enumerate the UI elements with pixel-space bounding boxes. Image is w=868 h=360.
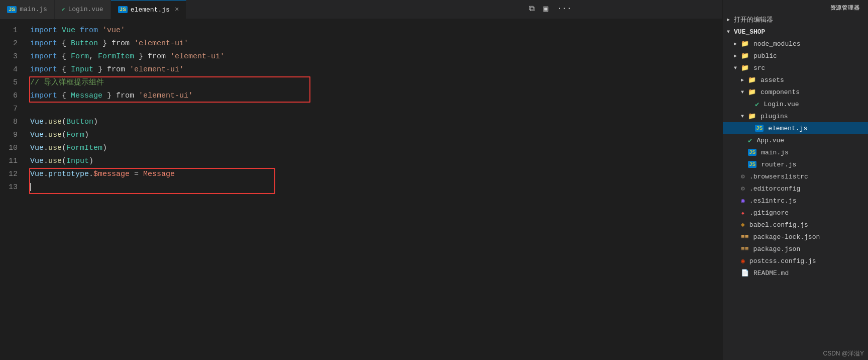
file-tree-item-package-json[interactable]: ≡≡package.json (723, 243, 868, 255)
code-token: ( (62, 131, 66, 139)
toggle-panel-icon[interactable]: ▣ (544, 4, 549, 14)
line-content[interactable]: import { Button } from 'element-ui' (28, 37, 722, 50)
line-number: 11 (0, 155, 28, 168)
project-root[interactable]: ▼ VUE_SHOP (723, 26, 868, 38)
file-tree-item-assets[interactable]: ▶📁assets (723, 74, 868, 86)
line-content[interactable]: Vue.use(Form) (28, 129, 722, 142)
code-token: Vue (30, 131, 44, 139)
code-token: 'element-ui' (134, 39, 188, 48)
code-line: 13 (0, 181, 722, 194)
code-line: 1import Vue from 'vue' (0, 24, 722, 37)
line-content[interactable]: Vue.use(Button) (28, 116, 722, 129)
code-token: FormItem (66, 144, 102, 152)
code-line: 2import { Button } from 'element-ui' (0, 37, 722, 50)
more-actions-icon[interactable]: ··· (557, 4, 572, 13)
file-tree-item-components[interactable]: ▼📁components (723, 86, 868, 98)
file-tree-item-app-vue[interactable]: ✔App.vue (723, 134, 868, 146)
open-editors-label: 打开的编辑器 (734, 15, 773, 24)
line-content[interactable]: Vue.use(FormItem) (28, 142, 722, 155)
code-token: . (44, 157, 48, 165)
tab-vue-icon: ✔ (62, 6, 65, 13)
editor-toolbar: ⧉ ▣ ··· (529, 4, 572, 14)
code-line: 4import { Input } from 'element-ui' (0, 63, 722, 76)
file-tree-item-login-vue[interactable]: ✔Login.vue (723, 98, 868, 110)
tab-js-icon: JS (7, 6, 17, 13)
file-label: package-lock.json (753, 233, 820, 241)
chevron-icon: ▶ (734, 53, 741, 59)
code-line: 12Vue.prototype.$message = Message (0, 168, 722, 181)
file-tree-item-postcss-config[interactable]: ◉postcss.config.js (723, 255, 868, 267)
code-token: = (130, 170, 143, 178)
tab-label: element.js (131, 6, 170, 14)
code-token: Input (66, 157, 89, 165)
line-number: 8 (0, 116, 28, 129)
file-tree-item-router-js[interactable]: JSrouter.js (723, 158, 868, 170)
file-tree-item-plugins[interactable]: ▼📁plugins (723, 110, 868, 122)
file-tree-item-public[interactable]: ▶📁public (723, 50, 868, 62)
code-token: use (48, 157, 62, 165)
chevron-right-icon: ▶ (727, 17, 734, 23)
line-number: 7 (0, 103, 28, 116)
text-cursor (30, 183, 31, 191)
file-tree-item-node-modules[interactable]: ▶📁node_modules (723, 38, 868, 50)
folder-icon: 📁 (741, 40, 749, 48)
code-token: use (48, 131, 62, 139)
code-token: Vue (30, 118, 44, 126)
chevron-icon: ▶ (734, 41, 741, 47)
tab-close-button[interactable]: × (175, 6, 179, 14)
line-content[interactable] (28, 181, 722, 194)
code-token: ( (62, 144, 66, 152)
file-tree-item-main-js[interactable]: JSmain.js (723, 146, 868, 158)
code-token: { (62, 52, 71, 61)
file-tree-item-editorconfig[interactable]: ⚙.editorconfig (723, 183, 868, 195)
file-tree-item-readme[interactable]: 📄README.md (723, 267, 868, 279)
file-tree-item-package-lock[interactable]: ≡≡package-lock.json (723, 231, 868, 243)
vue-file-icon: ✔ (755, 100, 759, 109)
js-file-icon: JS (748, 149, 756, 156)
tab-label: main.js (20, 6, 47, 13)
line-content[interactable]: Vue.prototype.$message = Message (28, 168, 722, 181)
file-tree-item-babel-config[interactable]: ❖babel.config.js (723, 219, 868, 231)
file-tree-item-gitignore[interactable]: ⬥.gitignore (723, 207, 868, 219)
code-token: Vue (62, 26, 75, 35)
code-token: 'element-ui' (130, 65, 184, 74)
line-content[interactable]: import { Form, FormItem } from 'element-… (28, 50, 722, 63)
code-token: Vue (30, 144, 44, 152)
file-tree-item-browserslistrc[interactable]: ⚙.browserslistrc (723, 170, 868, 183)
file-tree-item-src[interactable]: ▼📁src (723, 62, 868, 74)
tab-main-js[interactable]: JSmain.js (0, 0, 55, 19)
tab-element-js[interactable]: JSelement.js× (111, 0, 187, 19)
tab-login-vue[interactable]: ✔Login.vue (55, 0, 111, 19)
code-line: 3import { Form, FormItem } from 'element… (0, 50, 722, 63)
sidebar-header: 资源管理器 (723, 0, 868, 14)
line-number: 1 (0, 24, 28, 37)
line-content[interactable]: import { Input } from 'element-ui' (28, 63, 722, 76)
file-label: assets (761, 76, 784, 84)
file-tree-item-element-js[interactable]: JSelement.js (723, 122, 868, 134)
line-content[interactable]: import { Message } from 'element-ui' (28, 89, 722, 103)
code-line: 7 (0, 103, 722, 116)
code-token: Vue (30, 157, 44, 165)
line-content[interactable]: // 导入弹框提示组件 (28, 76, 722, 89)
folder-icon: 📁 (748, 112, 756, 120)
chevron-icon: ▼ (741, 89, 748, 95)
file-label: .gitignore (749, 209, 789, 217)
split-editor-icon[interactable]: ⧉ (529, 4, 534, 14)
code-token: Input (71, 65, 93, 74)
config-file-icon: ⚙ (741, 185, 745, 193)
line-number: 12 (0, 168, 28, 181)
line-content[interactable]: import Vue from 'vue' (28, 24, 722, 37)
file-label: router.js (761, 161, 796, 168)
file-tree-item-eslintrc-js[interactable]: ◉.eslintrc.js (723, 195, 868, 207)
code-line: 8Vue.use(Button) (0, 116, 722, 129)
open-editors-section[interactable]: ▶ 打开的编辑器 (723, 14, 868, 26)
file-label: Login.vue (764, 101, 799, 108)
tab-bar: JSmain.js✔Login.vueJSelement.js× ⧉ ▣ ··· (0, 0, 722, 19)
code-token: Form (66, 131, 84, 139)
line-content[interactable]: Vue.use(Input) (28, 155, 722, 168)
file-label: plugins (761, 113, 788, 120)
eslint-file-icon: ◉ (741, 197, 745, 205)
tab-js-icon: JS (118, 6, 128, 13)
file-label: components (761, 88, 800, 96)
file-label: babel.config.js (749, 221, 808, 229)
